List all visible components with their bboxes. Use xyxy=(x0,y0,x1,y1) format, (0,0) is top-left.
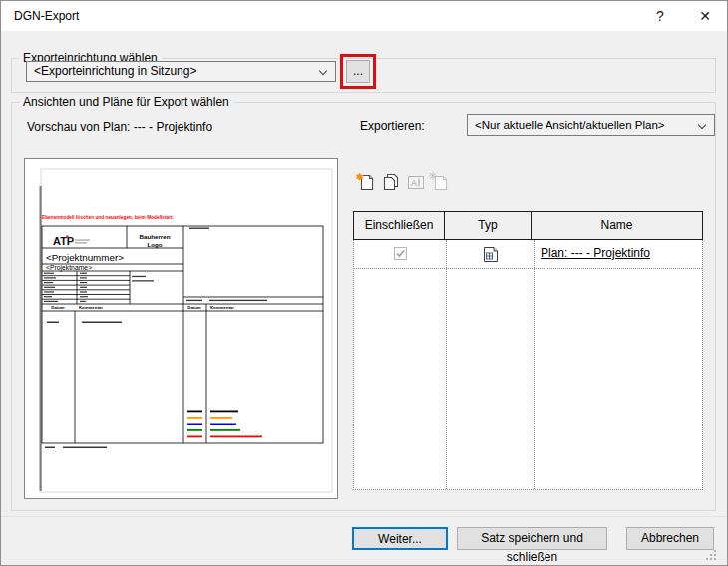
export-scope-combobox[interactable]: <Nur aktuelle Ansicht/aktuellen Plan> xyxy=(467,114,715,136)
column-header-typ[interactable]: Typ xyxy=(445,212,532,239)
projektname-text: <Projektname> xyxy=(46,264,92,272)
chevron-down-icon xyxy=(319,67,327,75)
next-button[interactable]: Weiter... xyxy=(352,527,448,550)
preview-warning-text: Ebenenmodell löschen und neuanlegen, bei… xyxy=(42,214,174,220)
row-divider xyxy=(354,268,702,269)
preview-caption: Vorschau von Plan: --- - Projektinfo xyxy=(27,120,212,134)
save-and-close-button[interactable]: Satz speichern und schließen xyxy=(457,527,607,550)
sheet-icon xyxy=(483,246,499,263)
sheet-preview-image: Ebenenmodell löschen und neuanlegen, bei… xyxy=(25,159,337,498)
sheet-preview: Ebenenmodell löschen und neuanlegen, bei… xyxy=(24,158,338,499)
help-button[interactable]: ? xyxy=(644,1,676,31)
bauherren-logo-line1: Bauherren xyxy=(140,233,171,240)
bauherren-logo-line2: Logo xyxy=(147,241,162,248)
column-header-name[interactable]: Name xyxy=(532,212,702,239)
row-name-link[interactable]: Plan: --- - Projektinfo xyxy=(541,246,650,260)
selection-group-label: Ansichten und Pläne für Export wählen xyxy=(19,95,233,109)
architect-logo-text: ATP xyxy=(53,235,74,247)
browse-export-setup-button[interactable]: ... xyxy=(346,60,370,83)
column-header-einschliessen[interactable]: Einschließen xyxy=(354,212,445,239)
table-body: Plan: --- - Projektinfo xyxy=(353,240,703,490)
delete-set-icon[interactable] xyxy=(429,172,450,193)
export-setup-combobox[interactable]: <Exporteinrichtung in Sitzung> xyxy=(26,61,336,82)
title-bar: DGN-Export ? ✕ xyxy=(1,1,727,31)
rename-set-icon[interactable]: A xyxy=(406,172,427,193)
export-setup-combobox-value: <Exporteinrichtung in Sitzung> xyxy=(34,62,311,81)
new-set-icon[interactable]: ✱ xyxy=(356,172,377,193)
kommentar-label-right: Kommentar xyxy=(210,305,234,310)
svg-text:A: A xyxy=(411,178,417,188)
logo-red-dot xyxy=(66,236,68,238)
footer-divider xyxy=(1,516,727,517)
duplicate-set-icon[interactable] xyxy=(381,172,402,193)
export-scope-label: Exportieren: xyxy=(360,119,425,133)
table-header: Einschließen Typ Name xyxy=(353,211,703,240)
dialog-title: DGN-Export xyxy=(14,1,79,31)
column-divider xyxy=(534,240,535,489)
dgn-export-dialog: DGN-Export ? ✕ Exporteinrichtung wählen … xyxy=(0,0,728,566)
chevron-down-icon xyxy=(698,121,706,129)
export-scope-combobox-value: <Nur aktuelle Ansicht/aktuellen Plan> xyxy=(475,115,690,135)
projektnummer-text: <Projektnummer> xyxy=(46,252,124,263)
close-button[interactable]: ✕ xyxy=(689,1,721,31)
datum-label-left: Datum xyxy=(51,305,65,310)
datum-label-right: Datum xyxy=(187,305,201,310)
svg-text:✱: ✱ xyxy=(356,172,364,182)
resize-grip[interactable] xyxy=(704,548,718,562)
include-checkbox[interactable] xyxy=(394,247,407,260)
kommentar-label-left: Kommentar xyxy=(79,305,103,310)
column-divider xyxy=(446,240,447,489)
cancel-button[interactable]: Abbrechen xyxy=(626,527,714,550)
